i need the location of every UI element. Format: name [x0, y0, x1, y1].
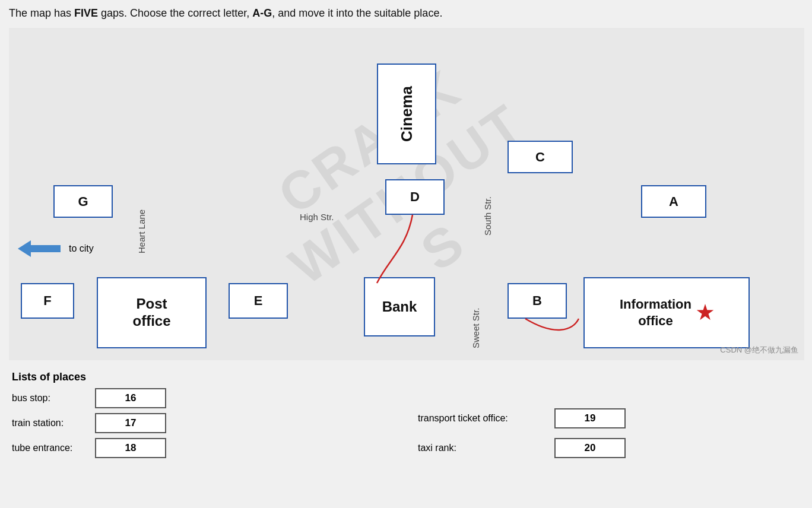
instruction-bold2: A-G	[252, 7, 272, 19]
post-office-label: Postoffice	[132, 296, 170, 330]
instruction-suffix: , and move it into the suitable place.	[272, 7, 442, 19]
street-heart-lane: Heart Lane	[137, 99, 147, 253]
bus-stop-label: bus stop:	[12, 393, 89, 404]
list-row-taxi: taxi rank: 20	[418, 438, 800, 458]
label-f: F	[43, 293, 51, 309]
label-c: C	[535, 150, 545, 165]
box-c[interactable]: C	[508, 141, 573, 173]
list-row-bus-stop: bus stop: 16	[12, 388, 394, 408]
instruction-prefix: The map has	[9, 7, 74, 19]
train-station-label: train station:	[12, 418, 89, 428]
tube-entrance-value: 18	[95, 438, 166, 458]
box-post-office: Postoffice	[97, 277, 207, 348]
box-b[interactable]: B	[508, 283, 567, 319]
instruction-middle: gaps. Choose the correct letter,	[98, 7, 252, 19]
box-d[interactable]: D	[385, 179, 445, 215]
label-g: G	[78, 194, 88, 209]
street-south-str: South Str.	[483, 81, 493, 236]
instruction-text: The map has FIVE gaps. Choose the correc…	[9, 6, 803, 21]
tube-entrance-label: tube entrance:	[12, 443, 89, 453]
bus-stop-value: 16	[95, 388, 166, 408]
box-bank: Bank	[364, 277, 435, 336]
arrow-label: to city	[69, 243, 94, 254]
cinema-label: Cinema	[398, 86, 416, 142]
transport-label: transport ticket office:	[418, 413, 548, 424]
right-lists: transport ticket office: 19 taxi rank: 2…	[418, 392, 800, 463]
box-cinema: Cinema	[377, 64, 436, 164]
page-wrapper: The map has FIVE gaps. Choose the correc…	[0, 0, 812, 469]
arrow-bar	[31, 245, 61, 252]
box-g[interactable]: G	[53, 185, 113, 218]
box-f[interactable]: F	[21, 283, 74, 319]
list-row-transport: transport ticket office: 19	[418, 408, 800, 428]
label-a: A	[669, 194, 678, 209]
box-e[interactable]: E	[229, 283, 288, 319]
list-row-train-station: train station: 17	[12, 413, 394, 433]
box-info-office: Informationoffice ★	[583, 277, 750, 348]
list-row-tube-entrance: tube entrance: 18	[12, 438, 394, 458]
lists-title: Lists of places	[12, 371, 394, 383]
watermark-credit: CSDN @绝不做九漏鱼	[720, 345, 798, 355]
train-station-value: 17	[95, 413, 166, 433]
info-office-label: Informationoffice	[620, 296, 692, 330]
label-b: B	[532, 293, 542, 309]
taxi-value: 20	[554, 438, 626, 458]
label-d: D	[410, 189, 420, 205]
arrow-to-city: to city	[18, 240, 94, 257]
label-e: E	[254, 293, 263, 309]
bank-label: Bank	[382, 299, 417, 315]
box-a[interactable]: A	[641, 185, 706, 218]
instruction-bold1: FIVE	[74, 7, 98, 19]
map-area: CRACKWITHOUTS Heart Lane South Str. High…	[9, 28, 804, 360]
taxi-label: taxi rank:	[418, 443, 548, 453]
arrow-shape	[18, 240, 31, 257]
lists-section: Lists of places bus stop: 16 train stati…	[12, 371, 394, 463]
street-sweet-str: Sweet Str.	[471, 242, 481, 348]
transport-value: 19	[554, 408, 626, 428]
bottom-section: Lists of places bus stop: 16 train stati…	[9, 371, 803, 463]
star-icon: ★	[696, 301, 713, 324]
street-high-str: High Str.	[300, 212, 334, 222]
